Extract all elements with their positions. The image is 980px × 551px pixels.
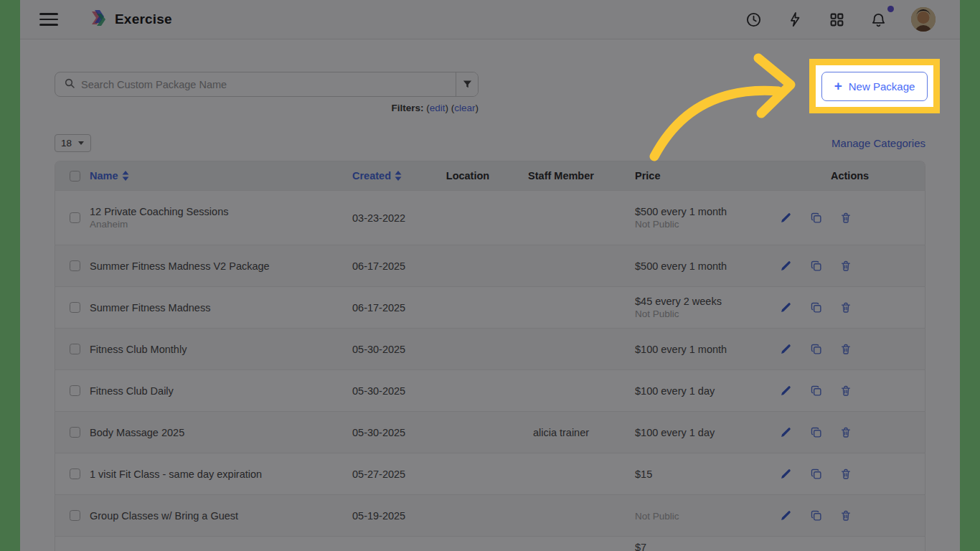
new-package-button[interactable]: + New Package — [821, 72, 928, 101]
new-package-label: New Package — [849, 80, 915, 93]
annotation-highlight-box: + New Package — [809, 59, 940, 113]
plus-icon: + — [834, 79, 842, 93]
app-page: Exercise — [20, 0, 960, 551]
